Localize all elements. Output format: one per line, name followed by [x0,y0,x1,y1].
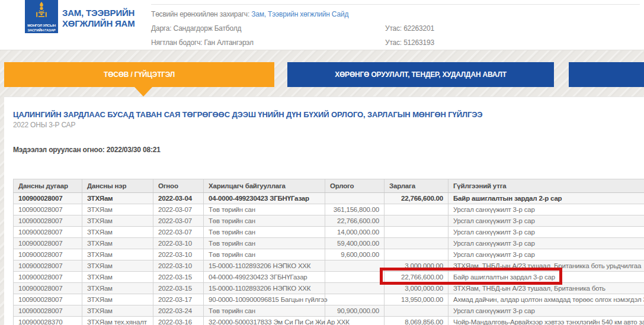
table-row: 100900028007ЗТХЯам2022-03-07Төв төрийн с… [14,204,644,215]
cell-income: 59,400,000.00 [325,238,385,249]
cell-income [325,283,385,294]
cell-acct: 100900028007 [14,249,82,260]
cell-name: ЗТХЯам [82,238,153,249]
page-subtitle: 2022 ОНЫ 3-Р САР [13,121,644,129]
cell-partner: 04-0000-499230423 ЗГБНҮГазар [204,193,325,204]
transactions-table-wrap: Дансны дугаарДансны нэрОгнооХарилцагч ба… [13,179,644,325]
accountant-label: Нягтлан бодогч: Ган Алтангэрэл [151,38,385,47]
cell-income [325,294,385,305]
active-tab-pointer [134,87,152,96]
tab-investment-tender-procurement[interactable]: ХӨРӨНГӨ ОРУУЛАЛТ, ТЕНДЕР, ХУДАЛДАН АВАЛТ [287,62,554,87]
table-row: 100900028007ЗТХЯам2022-03-10Төв төрийн с… [14,238,644,249]
cell-income [325,260,385,272]
cell-date: 2022-03-17 [153,294,204,305]
table-row: 100900028007ЗТХЯам2022-03-24Төв төрийн с… [14,305,644,317]
table-row: 100900028007ЗТХЯам2022-03-0404-0000-4992… [14,193,644,204]
cell-name: ЗТХЯам [82,249,153,260]
cell-income: 90,900,000.00 [325,305,385,317]
cell-acct: 100900028007 [14,260,82,272]
column-header-1: Дансны нэр [82,179,153,193]
cell-income: 14,000,000.00 [325,227,385,238]
budget-administrator-row: Төсвийн ерөнхийлөн захирагч: Зам, Тээври… [151,10,640,19]
cell-date: 2022-03-16 [153,317,204,325]
accountant-row: Нягтлан бодогч: Ган Алтангэрэл Утас: 512… [151,38,640,47]
data-entry-date: Мэдээлэл оруулсан огноо: 2022/03/30 08:2… [13,146,644,154]
cell-partner: 15-0000-1102893206 НЭПКО ХХК [204,260,325,272]
tab-cutoff-right[interactable] [569,62,644,87]
cell-date: 2022-03-04 [153,193,204,204]
cell-expense: 8,069,856.00 [385,317,448,325]
cell-name: ЗТХЯам тех.хяналт [82,317,153,325]
cell-acct: 100900028007 [14,305,82,317]
cell-desc: Байр ашиглалтын зардал 3-р сар [448,272,644,283]
cell-partner: Төв төрийн сан [204,305,325,317]
cell-desc: ЗТХЯам, ТНБД-ын А/23 тушаал, Британикка … [448,260,644,272]
cell-name: ЗТХЯам [82,305,153,317]
ministry-name: ЗАМ, ТЭЭВРИЙН ХӨГЖЛИЙН ЯАМ [62,8,135,29]
budget-administrator-label: Төсвийн ерөнхийлөн захирагч: [151,10,249,19]
cell-partner: 32-0000-5000317833 Эм Си Пи Си Жи Ар ХХК [204,317,325,325]
table-row: 100900028007ЗТХЯам2022-03-07Төв төрийн с… [14,227,644,238]
cell-income: 361,156,800.00 [325,204,385,215]
cell-expense [385,249,448,260]
cell-desc: ЗТХЯам, ТНБД-ын А/23 тушаал, Британника … [448,283,644,294]
cell-acct: 100900028007 [14,215,82,227]
cell-expense [385,305,448,317]
cell-desc: Урсгал санхүүжилт 3-р сар [448,204,644,215]
cell-acct: 100900028007 [14,238,82,249]
cell-acct: 100900028007 [14,294,82,305]
cell-date: 2022-03-10 [153,249,204,260]
cell-income: 9,600,000.00 [325,249,385,260]
cell-acct: 100900028007 [14,204,82,215]
cell-acct: 100900028007 [14,193,82,204]
cell-partner: Төв төрийн сан [204,204,325,215]
cell-acct: 100900028007 [14,283,82,294]
cell-partner: Төв төрийн сан [204,238,325,249]
header-info-block: Төсвийн ерөнхийлөн захирагч: Зам, Тээври… [151,4,640,53]
cell-date: 2022-03-10 [153,238,204,249]
tab-budget-performance-label: ТӨСӨВ / ГҮЙЦЭТГЭЛ [104,70,175,79]
column-header-4: Орлого [325,179,385,193]
cell-expense [385,215,448,227]
tab-budget-performance[interactable]: ТӨСӨВ / ГҮЙЦЭТГЭЛ [4,62,274,87]
cell-acct: 100900028370 [14,317,82,325]
cell-name: ЗТХЯам [82,272,153,283]
cell-desc: Ахмад дайчин, алдар цолтон ахмадад төрөө… [448,294,644,305]
cell-desc: Чойр-Мандалговь-Арвайхээр хэвтээ тэнхлэг… [448,317,644,325]
director-label: Дарга: Сандагдорж Батболд [151,24,385,33]
cell-acct: 100900028007 [14,227,82,238]
budget-administrator-link[interactable]: Зам, Тээврийн хөгжлийн Сайд [251,10,348,19]
cell-desc: Урсгал санхүүжилт 3-р сар [448,215,644,227]
page: { "header": { "logo": { "gov_text_line1"… [0,0,644,325]
column-header-2: Огноо [153,179,204,193]
column-header-5: Зарлага [385,179,448,193]
main-tabs: ТӨСӨВ / ГҮЙЦЭТГЭЛ ХӨРӨНГӨ ОРУУЛАЛТ, ТЕНД… [0,62,644,98]
tab-investment-label: ХӨРӨНГӨ ОРУУЛАЛТ, ТЕНДЕР, ХУДАЛДАН АВАЛТ [335,70,507,79]
cell-desc: Урсгал санхүүжилт 3-р сар [448,249,644,260]
cell-desc: Байр ашиглалтын зардал 2-р сар [448,193,644,204]
ministry-name-line2: ХӨГЖЛИЙН ЯАМ [62,18,135,29]
cell-date: 2022-03-07 [153,204,204,215]
cell-date: 2022-03-07 [153,227,204,238]
cell-partner: 90-0000-100900096815 Багцын гүйлгээ [204,294,325,305]
cell-expense: 22,766,600.00 [385,272,448,283]
table-header-row: Дансны дугаарДансны нэрОгнооХарилцагч ба… [14,179,644,193]
cell-income [325,272,385,283]
accountant-phone: Утас: 51263193 [385,38,434,47]
soyombo-icon [35,2,48,23]
ministry-name-line1: ЗАМ, ТЭЭВРИЙН [62,8,135,18]
director-phone: Утас: 62263201 [385,24,434,33]
cell-partner: 04-0000-499230423 ЗГБНҮГазар [204,272,325,283]
cell-desc: Урсгал санхүүжилт 3-р сар [448,227,644,238]
director-row: Дарга: Сандагдорж Батболд Утас: 62263201 [151,24,640,33]
cell-name: ЗТХЯам [82,283,153,294]
cell-name: ЗТХЯам [82,215,153,227]
cell-desc: Урсгал санхүүжилт 3-р сар [448,238,644,249]
content-panel: ЦАЛИНГИЙН ЗАРДЛААС БУСАД ТАВАН САЯ ТӨГРӨ… [4,96,644,325]
cell-name: ЗТХЯам [82,294,153,305]
cell-partner: Төв төрийн сан [204,249,325,260]
cell-name: ЗТХЯам [82,227,153,238]
cell-expense: 3,000,000.00 [385,283,448,294]
table-row: 100900028007ЗТХЯам2022-03-1015-0000-1102… [14,260,644,272]
cell-date: 2022-03-15 [153,283,204,294]
